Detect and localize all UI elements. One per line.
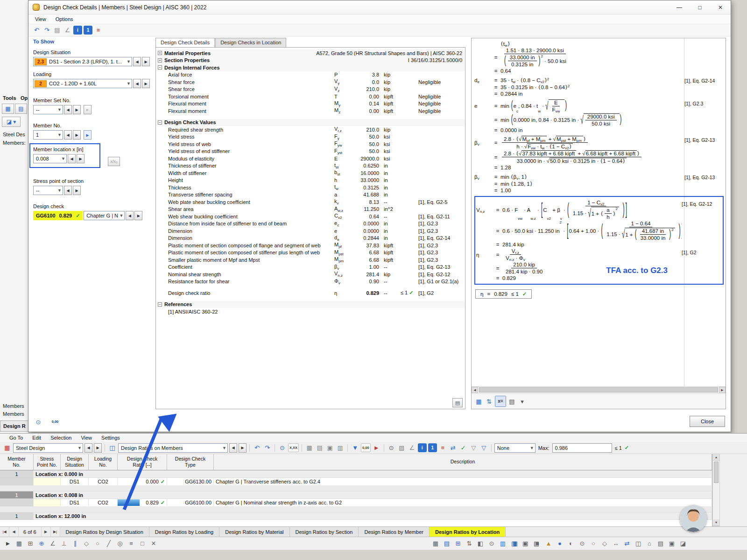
sort-icon[interactable]: ≡	[94, 26, 103, 35]
scroll-right-icon[interactable]: ▶	[719, 387, 726, 393]
menu-settings[interactable]: Settings	[97, 434, 125, 441]
table-row[interactable]: Shear areaAw,z11.250in^2	[156, 206, 465, 213]
snap-icon[interactable]: ⊕	[36, 538, 47, 548]
window-icon[interactable]: ▣	[667, 538, 677, 548]
prev-button[interactable]: ◀	[229, 443, 237, 453]
stress-point-prev-button[interactable]: ◀	[64, 186, 72, 195]
home-icon[interactable]: ⌂	[644, 538, 655, 548]
print-dropdown-icon[interactable]: ▾	[518, 397, 527, 406]
list-icon[interactable]: ≡	[126, 538, 136, 548]
results-vertical-scrollbar[interactable]: ▲ ▼	[712, 454, 720, 526]
filter-check-icon[interactable]: ✓	[459, 443, 468, 452]
rows-icon[interactable]: ▥	[498, 538, 508, 548]
steel-design-select[interactable]: Steel Design▼	[13, 443, 83, 453]
user-avatar[interactable]	[680, 505, 707, 532]
empty-box-icon[interactable]: □	[521, 538, 531, 548]
table-row[interactable]: Plastic moment of section composed of st…	[156, 249, 465, 257]
table-row[interactable]: Modulus of elasticityE29000.0ksi	[156, 155, 465, 162]
stress-point-select[interactable]: -- ▼	[33, 186, 63, 195]
print-icon[interactable]: ▥	[336, 443, 345, 452]
half-cell-icon[interactable]: ◧	[475, 538, 486, 548]
table-row[interactable]: Web plate shear buckling coefficientkv8.…	[156, 198, 465, 206]
next-button[interactable]: ▶	[94, 443, 102, 453]
steel-design-icon[interactable]: ▦	[3, 443, 12, 452]
max-value-field[interactable]: 0.986	[552, 443, 612, 453]
table-row[interactable]: Axial forceP3.8kip	[156, 71, 465, 79]
member-no-select[interactable]: 1 ▼	[33, 130, 63, 140]
export-sheet-icon[interactable]: ▤	[442, 538, 452, 548]
triangle-icon[interactable]: ▲	[543, 538, 554, 548]
column-header[interactable]: DesignSituation	[61, 454, 89, 470]
table-row[interactable]: Thickness of stiffenertst0.6250in	[156, 162, 465, 170]
design-ratios-icon[interactable]: ◫	[108, 443, 117, 452]
diamond-snap-icon[interactable]: ◇	[81, 538, 92, 548]
circle-snap-icon[interactable]: ○	[92, 538, 103, 548]
loading-next-button[interactable]: ▶	[142, 79, 150, 88]
result-row[interactable]: 1Location x: 12.000 in	[0, 512, 712, 520]
print-icon[interactable]: ▤	[655, 538, 666, 548]
grid-icon[interactable]: ⊞	[25, 538, 35, 548]
table-row[interactable]: Transverse stiffener spacinga41.688in	[156, 191, 465, 199]
scrollbar-thumb[interactable]	[714, 462, 719, 483]
box-select-icon[interactable]: □	[137, 538, 148, 548]
design-check-next-button[interactable]: ▶	[134, 211, 142, 220]
refresh-icon[interactable]: ↶	[32, 26, 41, 35]
filter-dropdown-icon[interactable]: ▼	[351, 443, 359, 452]
member-set-prev-button[interactable]: ◀	[64, 105, 72, 114]
table-row[interactable]: Flexural momentMy0.14kipftNegligible	[156, 100, 465, 108]
result-table-icon[interactable]: ▤	[53, 26, 62, 35]
menu-view[interactable]: View	[30, 15, 51, 23]
units-icon[interactable]: ∠	[63, 26, 72, 35]
half-dot-icon[interactable]: ◐	[566, 538, 576, 548]
column-header[interactable]: StressPoint No.	[34, 454, 61, 470]
stress-point-next-button[interactable]: ▶	[73, 186, 81, 195]
member-set-next-button[interactable]: ▶	[73, 105, 81, 114]
result-row[interactable]: 1Location x: 0.000 in	[0, 470, 712, 478]
last-page-button[interactable]: ▶|	[51, 527, 60, 537]
ortho-icon[interactable]: ⊥	[59, 538, 69, 548]
scrollbar-thumb[interactable]	[479, 387, 718, 392]
table-row[interactable]: Heighth33.0000in	[156, 177, 465, 184]
table-row[interactable]: Yield stressFy50.0ksi	[156, 133, 465, 141]
column-header[interactable]: LoadingNo.	[89, 454, 118, 470]
swap-icon[interactable]: ⇄	[622, 538, 632, 548]
print-icon[interactable]: ▤	[507, 397, 516, 406]
numbering-icon[interactable]: 1	[428, 443, 437, 452]
column-header[interactable]: Design CheckRatio [--]	[118, 454, 167, 470]
close-button[interactable]: Close	[690, 416, 725, 427]
member-set-select[interactable]: -- ▼	[33, 105, 63, 114]
search-icon[interactable]: ⊙	[486, 538, 497, 548]
tab-design-ratios-by-section[interactable]: Design Ratios by Section	[290, 527, 359, 537]
design-situation-select[interactable]: 2.3 DS1 - Section 2.3 (LRFD), 1. t... ▼	[33, 57, 132, 66]
tab-design-checks-in-location[interactable]: Design Checks in Location	[215, 38, 286, 47]
table-row[interactable]: Web shear buckling coefficientCv20.64--[…	[156, 213, 465, 220]
deselect-icon[interactable]: ►	[372, 443, 381, 452]
table-row[interactable]: Distance from inside face of stiffener t…	[156, 220, 465, 228]
table-icon[interactable]: ▦	[305, 443, 314, 452]
table-row[interactable]: Flexural momentMz0.00kipftNegligible	[156, 107, 465, 115]
table-row[interactable]: Required shear strengthVr,z210.0kip	[156, 126, 465, 133]
number-format-icon[interactable]: X,XX	[288, 443, 299, 452]
expander-icon[interactable]: +	[158, 58, 162, 63]
result-row[interactable]: DS1CO20.829✓GG6100.00Chapter G | Nominal…	[0, 499, 712, 506]
design-situation-next-button[interactable]: ▶	[142, 57, 150, 66]
menu-selection[interactable]: Selection	[46, 434, 76, 441]
relations-icon[interactable]: ⇄	[449, 443, 458, 452]
table-row[interactable]: Width of stiffenerbst16.0000in	[156, 169, 465, 177]
table-row[interactable]: Dimensionde0.2844in[1], Eq. G2-14	[156, 235, 465, 242]
apply-icon[interactable]: ↷	[263, 443, 272, 452]
angle-icon[interactable]: ∠	[48, 538, 58, 548]
sort-rows-icon[interactable]: ⇅	[464, 538, 474, 548]
diamond-icon[interactable]: ◇	[599, 538, 610, 548]
table-row[interactable]: Plastic moment of section composed of fl…	[156, 242, 465, 249]
results-table-icon[interactable]: ▦	[430, 538, 441, 548]
export-table-icon[interactable]: ▦	[474, 397, 483, 406]
formula-view-icon[interactable]: x=	[495, 396, 506, 407]
menu-view[interactable]: View	[76, 434, 97, 441]
expander-icon[interactable]: −	[158, 120, 162, 125]
sort-icon[interactable]: ⇅	[485, 397, 493, 406]
table-row[interactable]: Yield stress of webFyw50.0ksi	[156, 140, 465, 148]
design-situation-prev-button[interactable]: ◀	[133, 57, 141, 66]
tab-design-ratios-by-location[interactable]: Design Ratios by Location	[430, 527, 506, 537]
search-icon[interactable]: ⊙	[33, 417, 43, 427]
